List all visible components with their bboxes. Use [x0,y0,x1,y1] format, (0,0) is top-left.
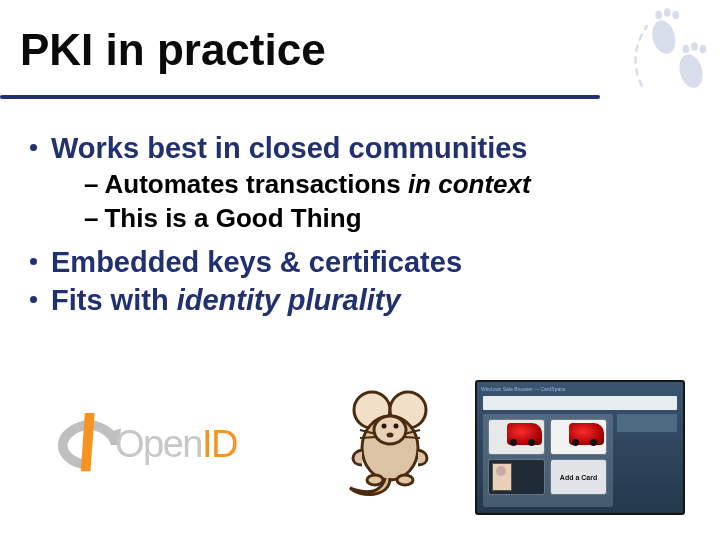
mouse-cartoon-icon [330,380,440,505]
bullet-3: Fits with identity plurality [30,282,690,318]
openid-open: Open [115,423,202,465]
cardspace-titlebar: Windows Safe Browser — CardSpace [481,386,565,392]
svg-point-15 [394,424,399,429]
svg-point-4 [676,52,706,91]
bullet-2-text: Embedded keys & certificates [51,244,462,280]
svg-point-6 [691,42,698,51]
sub-1-1-text: Automates transactions in context [104,168,530,202]
svg-point-0 [649,18,679,57]
svg-point-16 [387,433,394,438]
cardspace-window: Windows Safe Browser — CardSpace Add a C… [475,380,685,515]
title-underline [0,95,600,99]
bullet-3-pre: Fits with [51,284,177,316]
svg-point-13 [374,416,406,444]
sub-1-2: – This is a Good Thing [84,202,690,236]
sub-1-2-text: This is a Good Thing [104,202,361,236]
bullet-1-subs: – Automates transactions in context – Th… [84,168,690,236]
bullet-3-text: Fits with identity plurality [51,282,401,318]
identity-card [489,420,544,454]
dash-icon: – [84,202,98,236]
add-card-label: Add a Card [551,460,606,494]
cardspace-message-bar [483,396,677,410]
sub-1-1: – Automates transactions in context [84,168,690,202]
cardspace-card-grid: Add a Card [483,414,613,507]
openid-icon [55,409,123,477]
identity-card [489,460,544,494]
sub-1-1-em: in context [408,169,531,199]
slide-title: PKI in practice [20,25,326,75]
svg-point-7 [700,45,707,54]
bullet-2: Embedded keys & certificates [30,244,690,280]
svg-line-20 [404,437,420,438]
car-icon [507,423,542,445]
bullet-1: Works best in closed communities [30,130,690,166]
slide: PKI in practice Works best in closed com… [0,0,720,540]
svg-point-21 [367,475,383,485]
slide-body: Works best in closed communities – Autom… [30,130,690,320]
image-row: OpenID Windows Safe Browser — CardSpace [50,385,690,525]
identity-card [551,420,606,454]
bullet-dot-icon [30,144,37,151]
footprints-icon [623,4,708,99]
add-card: Add a Card [551,460,606,494]
svg-point-2 [664,8,671,17]
bullet-dot-icon [30,296,37,303]
svg-point-3 [672,11,679,20]
openid-id: ID [202,423,237,465]
svg-point-14 [382,424,387,429]
dash-icon: – [84,168,98,202]
bullet-dot-icon [30,258,37,265]
cardspace-side-panel [617,414,677,432]
svg-point-1 [655,11,662,20]
openid-logo: OpenID [60,415,270,485]
car-icon [569,423,604,445]
svg-point-5 [683,45,690,54]
bullet-3-em: identity plurality [177,284,401,316]
openid-wordmark: OpenID [115,423,237,466]
bullet-1-text: Works best in closed communities [51,130,527,166]
sub-1-1-pre: Automates transactions [104,169,407,199]
svg-line-18 [360,437,376,438]
avatar-icon [492,463,512,491]
svg-point-22 [397,475,413,485]
